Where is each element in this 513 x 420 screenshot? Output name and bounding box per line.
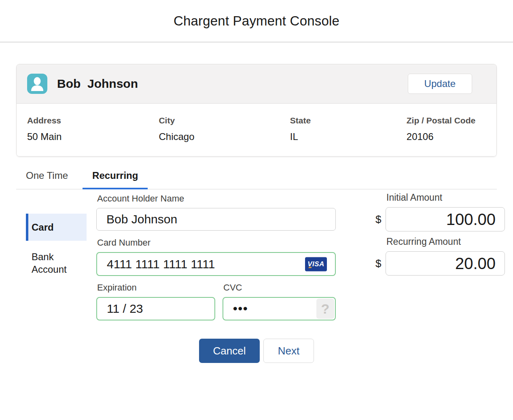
expiration-group: Expiration <box>96 282 215 320</box>
method-item-bank-account[interactable]: Bank Account <box>26 243 76 283</box>
main-area: Bob Johnson Update Address 50 Main City … <box>16 64 497 363</box>
card-number-label: Card Number <box>97 238 336 248</box>
expiration-cvc-row: Expiration CVC ? <box>96 282 336 320</box>
next-button[interactable]: Next <box>263 339 314 363</box>
cvc-group: CVC ? <box>223 282 336 320</box>
state-label: State <box>290 116 407 125</box>
state-value: IL <box>290 131 407 142</box>
city-value: Chicago <box>159 131 290 142</box>
contact-card: Bob Johnson Update Address 50 Main City … <box>16 64 497 157</box>
app-title: Chargent Payment Console <box>174 13 339 29</box>
update-button[interactable]: Update <box>408 74 472 94</box>
address-label: Address <box>27 116 159 125</box>
zip-label: Zip / Postal Code <box>407 116 486 125</box>
action-buttons: Cancel Next <box>16 339 497 363</box>
card-number-input[interactable] <box>96 252 336 276</box>
initial-amount-label: Initial Amount <box>386 192 505 203</box>
account-holder-label: Account Holder Name <box>97 193 336 204</box>
payment-form-content: Card Bank Account Account Holder Name Ca… <box>16 189 497 320</box>
tab-one-time[interactable]: One Time <box>16 165 78 189</box>
recurring-amount-label: Recurring Amount <box>386 236 505 247</box>
expiration-input[interactable] <box>96 297 215 320</box>
recurring-amount-input[interactable] <box>386 251 505 276</box>
method-item-card[interactable]: Card <box>26 214 87 241</box>
address-value: 50 Main <box>27 131 159 142</box>
payment-type-tabs: One Time Recurring <box>16 165 497 189</box>
initial-currency-symbol: $ <box>375 213 386 226</box>
contact-field-state: State IL <box>290 116 407 142</box>
cvc-label: CVC <box>223 282 336 293</box>
amounts-column: Initial Amount $ Recurring Amount $ <box>375 192 505 276</box>
top-bar: Chargent Payment Console <box>0 0 513 42</box>
contact-card-header: Bob Johnson Update <box>17 64 496 104</box>
account-holder-input[interactable] <box>96 208 336 231</box>
cancel-button[interactable]: Cancel <box>199 339 260 363</box>
tab-recurring[interactable]: Recurring <box>83 165 148 189</box>
contact-name: Bob Johnson <box>57 77 408 91</box>
city-label: City <box>159 116 290 125</box>
contact-field-address: Address 50 Main <box>27 116 159 142</box>
contact-avatar-icon <box>27 74 47 94</box>
expiration-label: Expiration <box>97 282 215 293</box>
contact-details: Address 50 Main City Chicago State IL Zi… <box>17 104 496 156</box>
recurring-amount-row: $ <box>375 251 505 276</box>
payment-method-list: Card Bank Account <box>26 214 87 283</box>
cvc-help-icon[interactable]: ? <box>316 299 334 319</box>
cvc-wrap: ? <box>223 297 336 320</box>
initial-amount-input[interactable] <box>386 207 505 231</box>
recurring-currency-symbol: $ <box>375 257 386 270</box>
contact-field-city: City Chicago <box>159 116 290 142</box>
zip-value: 20106 <box>407 131 486 142</box>
contact-field-zip: Zip / Postal Code 20106 <box>407 116 486 142</box>
card-details-form: Account Holder Name Card Number VISA Exp… <box>96 193 336 320</box>
visa-brand-icon: VISA <box>305 257 327 271</box>
initial-amount-row: $ <box>375 207 505 231</box>
card-number-wrap: VISA <box>96 252 336 276</box>
